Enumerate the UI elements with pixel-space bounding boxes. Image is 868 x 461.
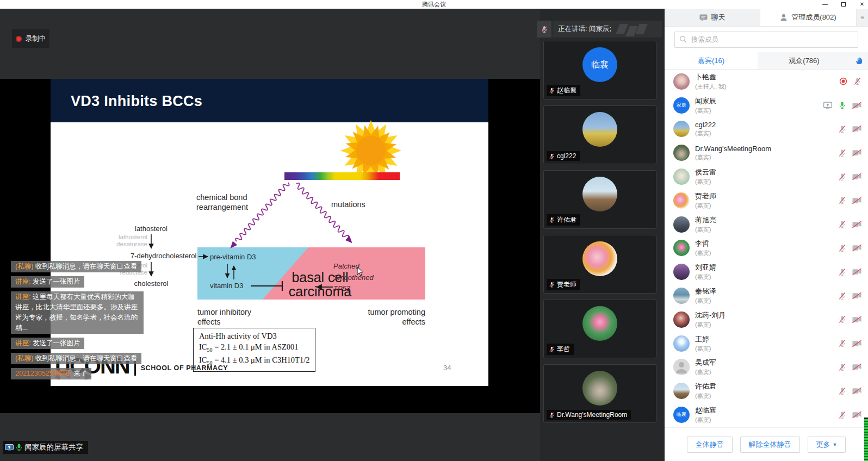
record-icon: [839, 77, 847, 85]
video-tile[interactable]: cgl222: [543, 105, 656, 164]
cam-off-icon: [852, 292, 861, 300]
tab-menu-icon[interactable]: ≡: [856, 9, 868, 26]
chat-bubble-icon: [699, 14, 708, 21]
mute-all-button[interactable]: 全体静音: [687, 437, 733, 453]
member-role: (嘉宾): [695, 226, 838, 234]
mic-off-icon: [838, 196, 846, 204]
cam-off-icon: [852, 125, 861, 133]
chat-overlay-message: 讲座: 发送了一张图片: [11, 276, 84, 288]
mic-off-icon: [838, 125, 846, 133]
mic-off-icon: [541, 26, 548, 33]
mic-off-icon: [838, 411, 846, 419]
avatar: 家辰: [673, 97, 690, 114]
participant-name: 李哲: [557, 345, 570, 354]
participant-name: 赵临襄: [557, 86, 576, 95]
avatar: [582, 306, 617, 341]
label-chemical-bond: chemical bond rearrangement: [196, 192, 248, 212]
member-name: 许佑君: [695, 382, 838, 391]
recording-indicator[interactable]: 录制中: [12, 29, 49, 48]
close-icon[interactable]: ✕: [858, 1, 866, 8]
mic-on-icon: [838, 101, 846, 109]
member-name: 秦铭泽: [695, 286, 838, 296]
member-role: (嘉宾): [695, 368, 838, 376]
tab-manage-members[interactable]: 管理成员(802): [760, 9, 856, 26]
tab-chat-label: 聊天: [711, 13, 726, 22]
member-row[interactable]: 蒋旭亮(嘉宾): [665, 213, 868, 236]
label-tumor-inhibitory: tumor inhibitory effects: [197, 307, 251, 327]
speaking-label: 正在讲话: 闻家辰;: [558, 24, 611, 34]
video-tile[interactable]: 贾老师: [543, 235, 656, 294]
minimize-icon[interactable]: —: [821, 1, 829, 8]
member-row[interactable]: 沈药-刘丹(嘉宾): [665, 308, 868, 332]
member-name: 刘亚婧: [695, 263, 838, 272]
avatar: [673, 169, 690, 185]
screen-share-status: 闻家辰的屏幕共享: [3, 441, 88, 454]
more-button[interactable]: 更多▼: [808, 437, 846, 453]
subtab-guests[interactable]: 嘉宾(16): [665, 52, 758, 69]
member-row[interactable]: 刘亚婧(嘉宾): [665, 260, 868, 284]
cam-off-icon: [852, 340, 861, 347]
member-role: (嘉宾): [695, 153, 838, 161]
mic-off-icon: [549, 153, 555, 159]
screen-share-stage: 录制中 VD3 Inhibits BCCs: [0, 9, 540, 461]
member-role: (嘉宾): [695, 273, 838, 281]
member-row[interactable]: 许佑君(嘉宾): [665, 379, 868, 403]
member-row[interactable]: Dr.Wang'sMeetingRoom(嘉宾): [665, 141, 868, 165]
video-tile[interactable]: 李哲: [543, 300, 656, 358]
member-name: 侯云雷: [695, 167, 838, 177]
video-tile[interactable]: 临襄赵临襄: [543, 41, 656, 99]
share-label: 闻家辰的屏幕共享: [24, 443, 83, 452]
mic-off-icon: [838, 292, 846, 300]
cam-off-icon: [852, 149, 861, 157]
participant-name: 贾老师: [557, 280, 576, 289]
mic-off-icon: [853, 77, 861, 85]
member-name: 蒋旭亮: [695, 215, 838, 225]
tab-chat[interactable]: 聊天: [665, 9, 760, 26]
member-row[interactable]: 李哲(嘉宾): [665, 236, 868, 260]
light-spectrum-bar: [284, 172, 400, 180]
member-role: (嘉宾): [695, 345, 838, 353]
screen-share-icon: [5, 444, 14, 451]
member-name: 王婷: [695, 334, 838, 344]
avatar: [673, 216, 690, 233]
label-vitamin-d3: vitamin D3: [210, 282, 243, 290]
member-row[interactable]: 卜艳鑫(主持人, 我): [665, 70, 868, 94]
subtab-audience[interactable]: 观众(786): [758, 52, 851, 69]
member-row[interactable]: 家辰闻家辰(嘉宾): [665, 94, 868, 117]
member-role: (嘉宾): [695, 107, 823, 115]
cam-off-icon: [852, 244, 861, 252]
window-titlebar: 腾讯会议 — ✕: [0, 0, 868, 9]
avatar: [673, 312, 690, 328]
search-input[interactable]: [674, 32, 858, 48]
member-row[interactable]: 王婷(嘉宾): [665, 332, 868, 356]
cam-off-icon: [852, 102, 861, 109]
member-role: (嘉宾): [695, 416, 838, 424]
video-tile[interactable]: 许佑君: [543, 170, 656, 229]
chat-overlay-message: 202123052刘耀阳: 来了: [11, 368, 91, 379]
avatar: [673, 240, 690, 256]
member-row[interactable]: 贾老师(嘉宾): [665, 189, 868, 213]
mic-off-icon: [838, 244, 846, 252]
cam-off-icon: [852, 173, 861, 180]
member-row[interactable]: 侯云雷(嘉宾): [665, 165, 868, 189]
label-7-dehydrocholesterol: 7-dehydrocholesterol: [131, 252, 196, 260]
member-role: (嘉宾): [695, 249, 838, 257]
avatar: [582, 241, 617, 276]
member-row[interactable]: 秦铭泽(嘉宾): [665, 284, 868, 308]
slide-page-number: 34: [443, 364, 451, 372]
participant-name: 许佑君: [557, 215, 576, 225]
label-lathosterol-desaturase: lathosterol desaturase: [104, 234, 147, 248]
member-name: Dr.Wang'sMeetingRoom: [695, 145, 838, 153]
label-genes: Patched Smoothened TP53: [333, 261, 374, 295]
video-tile[interactable]: Dr.Wang'sMeetingRoom: [543, 364, 656, 423]
raise-hand-icon[interactable]: [851, 52, 868, 69]
maximize-icon[interactable]: [840, 1, 847, 8]
unmute-all-button[interactable]: 解除全体静音: [740, 437, 800, 453]
uv-squiggle-right: [294, 182, 355, 245]
scroll-indicator[interactable]: [864, 418, 868, 461]
member-row[interactable]: 临襄赵临襄(嘉宾): [665, 403, 868, 427]
member-row[interactable]: cgl222(嘉宾): [665, 117, 868, 141]
member-row[interactable]: 吴成军(嘉宾): [665, 356, 868, 379]
tile-name-chip: Dr.Wang'sMeetingRoom: [547, 410, 631, 420]
label-lathosterol: lathosterol: [127, 225, 176, 233]
